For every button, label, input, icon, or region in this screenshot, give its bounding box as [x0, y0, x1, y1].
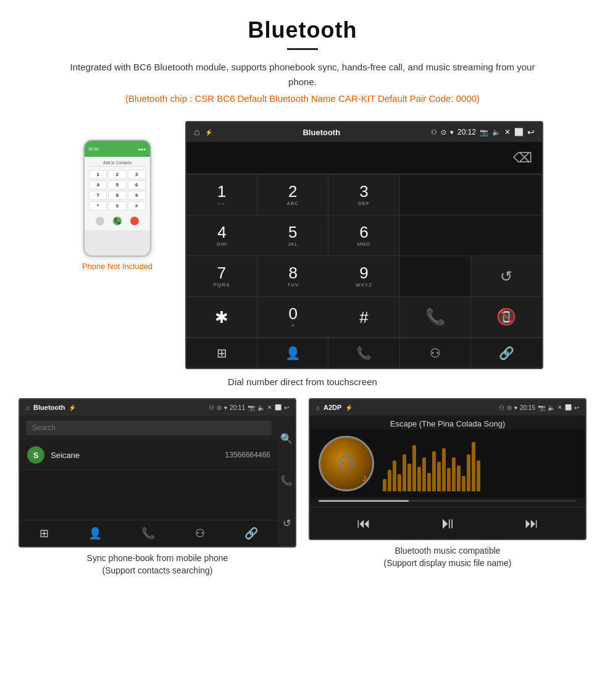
- pb-vol-icon[interactable]: 🔈: [257, 404, 265, 411]
- key-6[interactable]: 6 MNO: [328, 215, 399, 256]
- ms-close-icon[interactable]: ✕: [557, 404, 562, 410]
- dial-caption: Dial number direct from touchscreen: [0, 377, 605, 387]
- key-8[interactable]: 8 TUV: [257, 256, 328, 297]
- call-icon: 📞: [425, 307, 445, 327]
- key-2[interactable]: 2 ABC: [257, 175, 328, 215]
- bt-specs: (Bluetooth chip : CSR BC6 Default Blueto…: [37, 93, 568, 104]
- call-button[interactable]: 📞: [400, 297, 471, 338]
- key-0[interactable]: 0 +: [257, 297, 328, 338]
- mock-key-hash[interactable]: #: [128, 201, 146, 210]
- ms-vol-icon[interactable]: 🔈: [548, 404, 555, 411]
- mock-key-8[interactable]: 8: [108, 191, 126, 200]
- wifi-icon: ▾: [450, 128, 454, 136]
- bt-icon: ⚇: [431, 128, 437, 136]
- contacts-icon: 👤: [285, 346, 301, 360]
- ms-back-icon[interactable]: ↩: [574, 404, 579, 411]
- camera-icon[interactable]: 📷: [480, 128, 488, 136]
- mock-btn-camera: [96, 217, 104, 225]
- viz-bar: [467, 454, 470, 491]
- mock-key-6[interactable]: 6: [128, 180, 146, 190]
- mock-key-5[interactable]: 5: [108, 180, 126, 190]
- close-icon[interactable]: ✕: [504, 128, 511, 136]
- pb-home-icon[interactable]: ⌂: [26, 404, 30, 411]
- key-9[interactable]: 9 WXYZ: [328, 256, 399, 297]
- phone-mock-label: Add to Contacts: [88, 159, 147, 167]
- pb-sb-left: ⌂ Bluetooth ⚡: [26, 404, 76, 411]
- pb-close-icon[interactable]: ✕: [267, 404, 272, 410]
- pb-cam-icon[interactable]: 📷: [248, 404, 255, 411]
- pb-win-icon[interactable]: ⬜: [275, 404, 282, 410]
- mock-key-9[interactable]: 9: [128, 191, 146, 200]
- bottom-bt[interactable]: ⚇: [400, 338, 471, 368]
- ms-win-icon[interactable]: ⬜: [565, 404, 572, 410]
- phone-icon: 📞: [356, 346, 372, 360]
- dialpad-icon: ⊞: [217, 346, 227, 360]
- pb-dialpad-icon[interactable]: ⊞: [40, 527, 49, 540]
- contact-avatar: S: [27, 446, 44, 464]
- ms-progress-bar[interactable]: [319, 500, 577, 502]
- bottom-link[interactable]: 🔗: [471, 338, 542, 368]
- pb-search-icon[interactable]: 🔍: [280, 433, 293, 444]
- prev-track-button[interactable]: ⏮: [357, 515, 370, 531]
- pb-search-row: [20, 415, 278, 440]
- key-3[interactable]: 3 DEF: [328, 175, 399, 215]
- backspace-button[interactable]: ⌫: [513, 150, 532, 166]
- viz-bar: [383, 479, 386, 491]
- ms-album-area: ⚇ ♪: [310, 430, 585, 498]
- mock-key-4[interactable]: 4: [89, 180, 107, 190]
- ms-cam-icon[interactable]: 📷: [538, 404, 545, 411]
- empty-2: [400, 215, 542, 256]
- mock-key-1[interactable]: 1: [89, 170, 107, 179]
- next-track-button[interactable]: ⏭: [525, 515, 538, 531]
- sync-button[interactable]: ↺: [471, 256, 542, 297]
- ms-statusbar: ⌂ A2DP ⚡ ⚇ ⊙ ▾ 20:15 📷 🔈 ✕ ⬜ ↩: [310, 399, 585, 415]
- viz-bar: [417, 467, 421, 491]
- pb-link-icon[interactable]: 🔗: [244, 527, 258, 540]
- contact-number: 13566664466: [225, 451, 270, 459]
- key-5[interactable]: 5 JKL: [257, 215, 328, 256]
- music-caption: Bluetooth music compatible(Support displ…: [384, 545, 512, 569]
- phone-mock: M:30 ●●● Add to Contacts 1 2 3 4 5 6 7 8…: [83, 140, 151, 257]
- end-call-button[interactable]: 📵: [471, 297, 542, 338]
- volume-icon[interactable]: 🔈: [492, 128, 501, 136]
- key-1[interactable]: 1 ⌣⌣: [186, 175, 257, 215]
- mock-key-7[interactable]: 7: [89, 191, 107, 200]
- pb-back-icon[interactable]: ↩: [284, 404, 289, 411]
- key-7[interactable]: 7 PQRS: [186, 256, 257, 297]
- ms-note-icon: ♪: [362, 472, 367, 485]
- viz-bar: [407, 464, 411, 491]
- ms-usb-icon: ⚡: [345, 404, 353, 411]
- key-4[interactable]: 4 GHI: [186, 215, 257, 256]
- viz-bar: [393, 460, 396, 491]
- phone-mock-body: Add to Contacts 1 2 3 4 5 6 7 8 9 * 0 #: [85, 157, 150, 230]
- bluetooth-icon: ⚇: [430, 346, 441, 360]
- ms-home-icon[interactable]: ⌂: [316, 404, 320, 411]
- play-pause-button[interactable]: ⏯: [440, 514, 456, 533]
- key-hash[interactable]: #: [328, 297, 399, 338]
- viz-bar: [452, 457, 456, 491]
- home-icon[interactable]: ⌂: [194, 127, 200, 138]
- mock-key-2[interactable]: 2: [108, 170, 126, 179]
- mock-key-3[interactable]: 3: [128, 170, 146, 179]
- key-star[interactable]: ✱: [186, 297, 257, 338]
- page-title: Bluetooth: [37, 17, 568, 43]
- pb-sb-right: ⚇ ⊙ ▾ 20:11 📷 🔈 ✕ ⬜ ↩: [209, 404, 289, 411]
- pb-contacts-icon[interactable]: 👤: [88, 527, 102, 540]
- phone-mock-actions: 📞: [88, 214, 147, 228]
- pb-contact-row: S Seicane 13566664466: [20, 440, 278, 470]
- description-text: Integrated with BC6 Bluetooth module, su…: [68, 60, 537, 90]
- mock-key-star[interactable]: *: [89, 201, 107, 210]
- pb-bt-nav-icon[interactable]: ⚇: [195, 527, 205, 540]
- pb-sync-side-icon[interactable]: ↺: [283, 517, 291, 529]
- bottom-contacts[interactable]: 👤: [257, 338, 328, 368]
- bottom-phone[interactable]: 📞: [328, 338, 399, 368]
- pb-search-input[interactable]: [26, 420, 272, 435]
- mock-btn-call[interactable]: 📞: [113, 217, 122, 225]
- pb-call-side-icon[interactable]: 📞: [280, 475, 293, 486]
- window-icon[interactable]: ⬜: [514, 128, 524, 136]
- mock-key-0[interactable]: 0: [108, 201, 126, 210]
- pb-phone-icon[interactable]: 📞: [141, 527, 155, 540]
- back-icon[interactable]: ↩: [527, 127, 535, 137]
- mock-btn-end[interactable]: [130, 217, 139, 225]
- bottom-dialpad[interactable]: ⊞: [186, 338, 257, 368]
